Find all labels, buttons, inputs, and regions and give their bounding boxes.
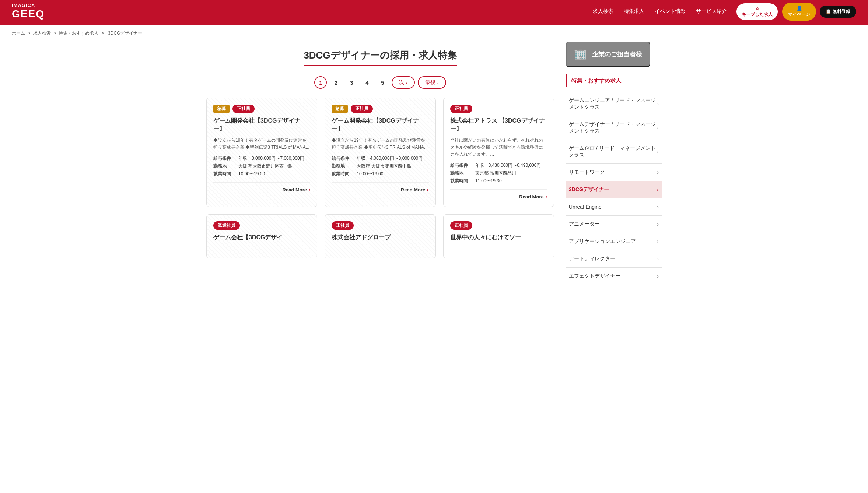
logo-bottom: GEEQ	[12, 8, 45, 20]
job-title-3: 株式会社アトラス 【3DCGデザイナー】	[450, 117, 547, 133]
sidebar-item-label-2: ゲーム企画 / リード・マネージメントクラス	[569, 145, 657, 158]
last-button[interactable]: 最後 ›	[418, 76, 446, 89]
breadcrumb-sep1: >	[28, 31, 31, 36]
keep-button[interactable]: ☆ キープした求人	[736, 3, 778, 21]
read-more-label-1: Read More	[283, 187, 307, 193]
logo[interactable]: IMAGICA GEEQ	[12, 3, 45, 20]
logo-top: IMAGICA	[12, 3, 45, 8]
job-card-5: 正社員 株式会社アドグローブ	[325, 214, 435, 258]
breadcrumb-search[interactable]: 求人検索	[33, 31, 51, 36]
read-more-arrow-3: ›	[545, 193, 547, 200]
kyubo-badge-2: 急募	[332, 105, 348, 113]
sidebar-item-8[interactable]: アートディレクター ›	[566, 250, 662, 268]
hours-label-1: 就業時間	[213, 171, 235, 177]
sidebar-item-0[interactable]: ゲームエンジニア / リード・マネージメントクラス ›	[566, 92, 662, 116]
chevron-icon-2: ›	[657, 148, 659, 155]
job-card-1: 急募 正社員 ゲーム開発会社【3DCGデザイナー】 ◆設立から19年！有名ゲーム…	[206, 98, 317, 207]
job-title-2: ゲーム開発会社【3DCGデザイナー】	[332, 117, 428, 133]
read-more-3[interactable]: Read More ›	[450, 189, 547, 200]
nav-job-search[interactable]: 求人検索	[593, 8, 613, 15]
type-badge-2: 正社員	[351, 105, 373, 113]
breadcrumb-sep2: >	[53, 31, 57, 36]
sidebar-item-3[interactable]: リモートワーク ›	[566, 164, 662, 181]
page-3[interactable]: 3	[345, 76, 358, 89]
salary-value-2: 年収 4,000,000円〜8,000,000円	[357, 155, 428, 162]
page-title-wrap: 3DCGデザイナーの採用・求人特集	[206, 49, 554, 66]
location-label-1: 勤務地	[213, 163, 235, 169]
read-more-arrow-1: ›	[308, 186, 310, 193]
breadcrumb-home[interactable]: ホーム	[12, 31, 25, 36]
sidebar-item-label-7: アプリケーションエンジニア	[569, 238, 636, 245]
person-icon: 👤	[796, 6, 802, 11]
sidebar-item-label-8: アートディレクター	[569, 256, 615, 262]
header: IMAGICA GEEQ 求人検索 特集求人 イベント情報 サービス紹介 ☆ キ…	[0, 0, 868, 23]
pagination: 1 2 3 4 5 次 › 最後 ›	[206, 76, 554, 89]
salary-value-3: 年収 3,430,000円〜6,490,000円	[475, 162, 547, 169]
job-title-4: ゲーム会社【3DCGデザイ	[213, 233, 310, 242]
hours-label-3: 就業時間	[450, 178, 472, 184]
read-more-1[interactable]: Read More ›	[213, 182, 310, 193]
sidebar-item-5[interactable]: Unreal Engine ›	[566, 198, 662, 216]
read-more-arrow-2: ›	[427, 186, 428, 193]
building-icon: 🏢	[574, 48, 587, 60]
chevron-icon-0: ›	[657, 101, 659, 107]
next-button[interactable]: 次 ›	[392, 76, 415, 89]
job-desc-1: ◆設立から19年！有名ゲームの開発及び運営を担う高成長企業 ◆聖剣伝説3 TRI…	[213, 137, 310, 151]
salary-label-1: 給与条件	[213, 155, 235, 162]
nav-events[interactable]: イベント情報	[655, 8, 686, 15]
location-value-2: 大阪府 大阪市淀川区西中島	[357, 163, 428, 169]
read-more-2[interactable]: Read More ›	[332, 182, 428, 193]
sidebar-item-9[interactable]: エフェクトデザイナー ›	[566, 268, 662, 285]
last-arrow-icon: ›	[437, 80, 439, 85]
sidebar-item-label-1: ゲームデザイナー / リード・マネージメントクラス	[569, 121, 657, 134]
kyubo-badge-1: 急募	[213, 105, 230, 113]
badge-row-6: 正社員	[450, 221, 547, 230]
sidebar-item-4[interactable]: 3DCGデザイナー ›	[566, 181, 662, 198]
job-detail-2: 給与条件 年収 4,000,000円〜8,000,000円 勤務地 大阪府 大阪…	[332, 155, 428, 177]
breadcrumb-sep3: >	[101, 31, 105, 36]
sidebar-item-7[interactable]: アプリケーションエンジニア ›	[566, 233, 662, 250]
company-btn-label: 企業のご担当者様	[592, 50, 642, 59]
sidebar-item-1[interactable]: ゲームデザイナー / リード・マネージメントクラス ›	[566, 116, 662, 140]
header-buttons: ☆ キープした求人 👤 マイページ 📋 無料登録	[736, 3, 856, 21]
page-2[interactable]: 2	[330, 76, 342, 89]
chevron-icon-6: ›	[657, 221, 659, 228]
sidebar-item-2[interactable]: ゲーム企画 / リード・マネージメントクラス ›	[566, 140, 662, 164]
location-label-3: 勤務地	[450, 170, 472, 176]
page-1[interactable]: 1	[314, 76, 327, 89]
sidebar-section-title: 特集・おすすめ求人	[566, 74, 662, 87]
mypage-button[interactable]: 👤 マイページ	[782, 3, 816, 21]
content-area: 3DCGデザイナーの採用・求人特集 1 2 3 4 5 次 › 最後 › 急募	[206, 42, 554, 285]
chevron-icon-1: ›	[657, 124, 659, 131]
chevron-icon-4: ›	[657, 186, 659, 193]
register-button[interactable]: 📋 無料登録	[820, 6, 856, 18]
star-icon: ☆	[755, 6, 760, 11]
type-badge-3: 正社員	[450, 105, 472, 113]
mypage-label: マイページ	[788, 11, 810, 18]
nav-services[interactable]: サービス紹介	[696, 8, 727, 15]
main-nav: 求人検索 特集求人 イベント情報 サービス紹介	[593, 8, 727, 15]
nav-featured-jobs[interactable]: 特集求人	[624, 8, 644, 15]
sidebar-item-label-6: アニメーター	[569, 221, 600, 228]
keep-label: キープした求人	[742, 11, 773, 18]
sidebar-item-6[interactable]: アニメーター ›	[566, 216, 662, 233]
company-btn[interactable]: 🏢 企業のご担当者様	[566, 42, 650, 67]
job-desc-3: 当社は障がいの有無にかかわらず、それぞれのスキルや経験を発揮して活躍できる環境整…	[450, 137, 547, 158]
badge-row-2: 急募 正社員	[332, 105, 428, 113]
page-4[interactable]: 4	[361, 76, 373, 89]
next-arrow-icon: ›	[406, 80, 407, 85]
sidebar-item-label-9: エフェクトデザイナー	[569, 273, 620, 279]
badge-row-3: 正社員	[450, 105, 547, 113]
chevron-icon-9: ›	[657, 273, 659, 279]
register-icon: 📋	[826, 9, 831, 14]
job-card-3: 正社員 株式会社アトラス 【3DCGデザイナー】 当社は障がいの有無にかかわらず…	[443, 98, 554, 207]
page-5[interactable]: 5	[376, 76, 389, 89]
sidebar-list: ゲームエンジニア / リード・マネージメントクラス › ゲームデザイナー / リ…	[566, 92, 662, 285]
hours-label-2: 就業時間	[332, 171, 354, 177]
read-more-label-3: Read More	[519, 194, 543, 200]
breadcrumb-featured[interactable]: 特集・おすすめ求人	[59, 31, 98, 36]
job-cards-grid: 急募 正社員 ゲーム開発会社【3DCGデザイナー】 ◆設立から19年！有名ゲーム…	[206, 98, 554, 258]
job-title-5: 株式会社アドグローブ	[332, 233, 428, 242]
badge-row-5: 正社員	[332, 221, 428, 230]
next-label: 次	[399, 79, 404, 86]
